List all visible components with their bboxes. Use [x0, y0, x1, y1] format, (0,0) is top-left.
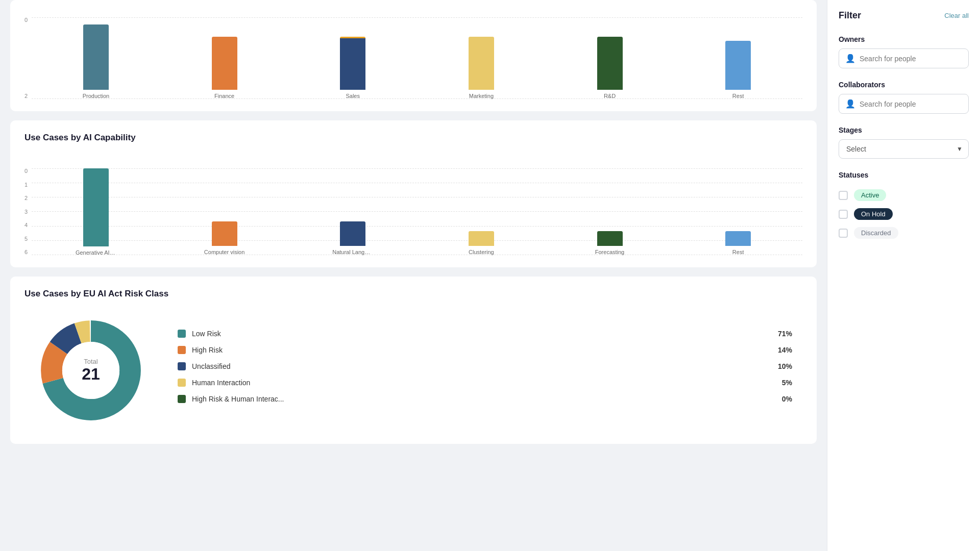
legend-row: Unclassified 10% [178, 362, 792, 370]
filter-panel: Filter Clear all Owners 👤 Collaborators … [827, 0, 980, 551]
bar-group: Computer vision [160, 168, 289, 255]
discarded-checkbox[interactable] [839, 229, 848, 238]
stages-select-wrapper: Select Stage 1 Stage 2 ▼ [839, 139, 969, 159]
department-chart-card: 2 0 Production Finance Sales [10, 0, 817, 111]
bar-forecasting [597, 231, 623, 246]
legend-name: Human Interaction [192, 379, 768, 387]
bar-label: Rest [732, 93, 744, 99]
active-checkbox[interactable] [839, 191, 848, 200]
bar-label: Natural Language... [332, 249, 373, 255]
bar-finance [212, 37, 237, 90]
status-item-onhold: On Hold [839, 208, 969, 220]
y-label: 1 [24, 182, 28, 188]
bar-group: Finance [160, 17, 289, 99]
y-label: 2 [24, 195, 28, 201]
capability-chart-card: Use Cases by AI Capability 6 5 4 3 2 1 0 [10, 120, 817, 267]
bar-label: R&D [604, 93, 616, 99]
owners-search-wrapper[interactable]: 👤 [839, 48, 969, 68]
legend-pct: 0% [774, 395, 792, 403]
bar-label: Clustering [469, 249, 494, 255]
risk-chart-title: Use Cases by EU AI Act Risk Class [24, 289, 802, 299]
status-item-active: Active [839, 189, 969, 201]
bar-marketing [469, 37, 494, 90]
bar-group: Generative AI - T... [32, 168, 160, 255]
main-content: 2 0 Production Finance Sales [0, 0, 827, 551]
legend-row: Human Interaction 5% [178, 379, 792, 387]
bar-rd [597, 37, 623, 90]
department-y-axis: 2 0 [24, 17, 28, 99]
discarded-badge[interactable]: Discarded [854, 227, 898, 239]
y-label: 3 [24, 209, 28, 215]
department-bar-plot: Production Finance Sales Marketing R&D [32, 17, 802, 99]
bar-genai [83, 168, 109, 246]
bar-group: Natural Language... [288, 168, 417, 255]
donut-section: Total 21 Low Risk 71% High Risk 14% Unc [24, 309, 802, 432]
bar-production [83, 24, 109, 90]
bar-label: Generative AI - T... [76, 249, 116, 255]
legend-dot-unclassified [178, 362, 186, 370]
bar-group: R&D [546, 17, 674, 99]
y-label: 0 [24, 168, 28, 174]
onhold-checkbox[interactable] [839, 210, 848, 219]
capability-y-axis: 6 5 4 3 2 1 0 [24, 168, 28, 255]
bar-group: Rest [674, 168, 802, 255]
y-label: 4 [24, 222, 28, 228]
bar-rest [725, 231, 751, 246]
bar-clustering [469, 231, 494, 246]
legend-row: High Risk 14% [178, 346, 792, 354]
bar-group: Forecasting [546, 168, 674, 255]
legend-pct: 5% [774, 379, 792, 387]
donut-total-label: Total [82, 358, 100, 365]
legend-dot-lowrisk [178, 330, 186, 338]
legend-name: High Risk & Human Interac... [192, 395, 768, 403]
donut-chart: Total 21 [35, 314, 147, 427]
legend-row: High Risk & Human Interac... 0% [178, 395, 792, 403]
collaborators-label: Collaborators [839, 81, 969, 89]
status-item-discarded: Discarded [839, 227, 969, 239]
legend-name: Unclassified [192, 362, 768, 370]
onhold-badge[interactable]: On Hold [854, 208, 893, 220]
statuses-label: Statuses [839, 171, 969, 179]
legend-dot-highrisk [178, 346, 186, 354]
filter-title: Filter [839, 10, 861, 21]
y-label: 2 [24, 93, 28, 99]
legend-dot-highrisk-human [178, 395, 186, 403]
bar-label: Computer vision [204, 249, 244, 255]
donut-total-number: 21 [82, 365, 100, 383]
department-bar-chart: 2 0 Production Finance Sales [24, 7, 802, 99]
legend-row: Low Risk 71% [178, 330, 792, 338]
owners-label: Owners [839, 35, 969, 43]
y-label: 0 [24, 17, 28, 23]
owners-search-input[interactable] [860, 55, 962, 63]
bar-group: Rest [674, 17, 802, 99]
legend-dot-human [178, 379, 186, 387]
legend-name: Low Risk [192, 330, 768, 338]
risk-legend: Low Risk 71% High Risk 14% Unclassified … [178, 330, 792, 411]
active-badge[interactable]: Active [854, 189, 886, 201]
person-icon: 👤 [845, 99, 855, 109]
y-label: 6 [24, 249, 28, 255]
bar-group: Clustering [417, 168, 546, 255]
capability-bar-chart: 6 5 4 3 2 1 0 [24, 153, 802, 255]
capability-bar-plot: Generative AI - T... Computer vision Nat… [32, 168, 802, 255]
collaborators-search-wrapper[interactable]: 👤 [839, 94, 969, 114]
collaborators-search-input[interactable] [860, 100, 962, 108]
capability-chart-title: Use Cases by AI Capability [24, 133, 802, 143]
clear-all-button[interactable]: Clear all [944, 12, 969, 19]
y-label: 5 [24, 236, 28, 242]
bar-label: Rest [732, 249, 744, 255]
bar-group: Marketing [417, 17, 546, 99]
risk-chart-card: Use Cases by EU AI Act Risk Class Total … [10, 277, 817, 444]
bar-cv [212, 221, 237, 246]
bar-group: Sales [288, 17, 417, 99]
stages-select[interactable]: Select Stage 1 Stage 2 [839, 139, 969, 159]
donut-center: Total 21 [82, 358, 100, 383]
bar-label: Forecasting [595, 249, 624, 255]
filter-header: Filter Clear all [839, 10, 969, 21]
bar-label: Production [83, 93, 110, 99]
legend-pct: 14% [774, 346, 792, 354]
bar-rest [725, 41, 751, 90]
bar-label: Marketing [469, 93, 494, 99]
legend-pct: 71% [774, 330, 792, 338]
bar-nlp [340, 221, 365, 246]
